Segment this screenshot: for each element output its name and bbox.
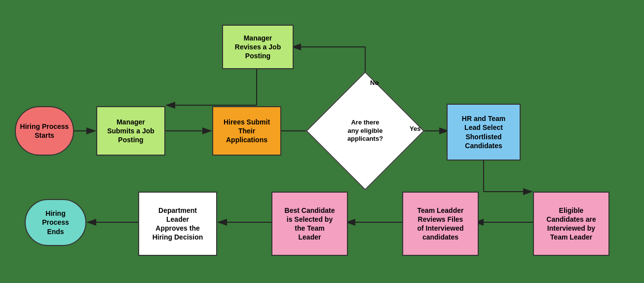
start-node: Hiring Process Starts bbox=[15, 106, 74, 156]
end-label: HiringProcessEnds bbox=[42, 209, 69, 236]
interview-label: EligibleCandidates areInterviewed byTeam… bbox=[546, 206, 596, 242]
review-files-node: Team LeadderReviews Filesof Interviewedc… bbox=[402, 192, 479, 256]
eligible-diamond: Are thereany eligibleapplicants? bbox=[323, 89, 407, 173]
hirees-submit-node: Hirees SubmitTheirApplications bbox=[212, 106, 281, 156]
revise-posting-label: ManagerRevises a JobPosting bbox=[235, 34, 281, 61]
interview-node: EligibleCandidates areInterviewed byTeam… bbox=[533, 192, 609, 256]
start-label: Hiring Process Starts bbox=[16, 122, 73, 140]
flowchart: Hiring Process Starts ManagerSubmits a J… bbox=[0, 0, 644, 283]
end-node: HiringProcessEnds bbox=[25, 199, 86, 246]
job-posting-label: ManagerSubmits a JobPosting bbox=[107, 118, 154, 145]
revise-posting-node: ManagerRevises a JobPosting bbox=[222, 25, 294, 69]
best-candidate-label: Best Candidateis Selected bythe TeamLead… bbox=[285, 206, 335, 242]
dept-approves-node: DepartmentLeaderApproves theHiring Decis… bbox=[138, 192, 217, 256]
yes-label: Yes bbox=[410, 125, 420, 132]
hirees-submit-label: Hirees SubmitTheirApplications bbox=[224, 118, 270, 145]
no-label: No bbox=[370, 79, 379, 86]
best-candidate-node: Best Candidateis Selected bythe TeamLead… bbox=[271, 192, 348, 256]
hr-select-node: HR and TeamLead SelectShortlistedCandida… bbox=[447, 104, 521, 161]
eligible-label: Are thereany eligibleapplicants? bbox=[347, 119, 383, 144]
hr-select-label: HR and TeamLead SelectShortlistedCandida… bbox=[462, 114, 505, 150]
job-posting-node: ManagerSubmits a JobPosting bbox=[96, 106, 165, 156]
review-files-label: Team LeadderReviews Filesof Interviewedc… bbox=[417, 206, 463, 242]
dept-approves-label: DepartmentLeaderApproves theHiring Decis… bbox=[152, 206, 203, 242]
